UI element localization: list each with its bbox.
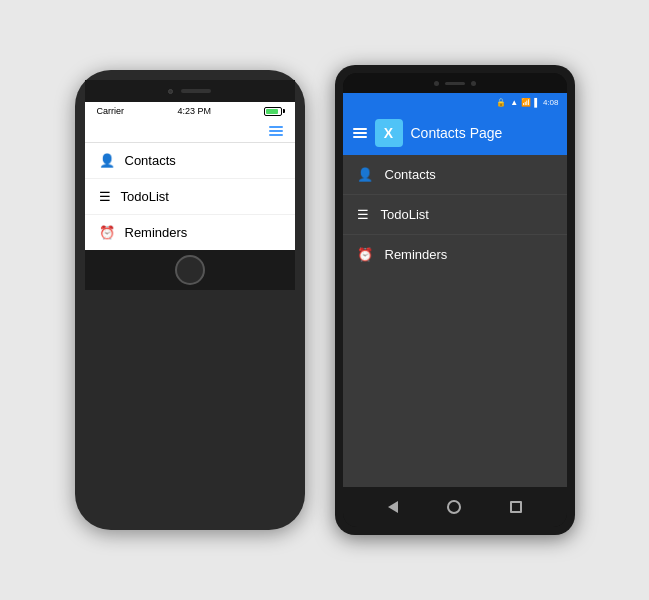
android-menu-item-todolist[interactable]: ☰ TodoList <box>343 195 567 235</box>
android-hamburger-line-1 <box>353 128 367 130</box>
hamburger-line-1 <box>269 126 283 128</box>
android-wifi-icon: 📶 <box>521 98 531 107</box>
ios-hamburger-button[interactable] <box>269 126 283 136</box>
home-circle-icon <box>447 500 461 514</box>
android-signal-icon: ▲ <box>510 98 518 107</box>
back-triangle-icon <box>388 501 398 513</box>
ios-camera-icon <box>168 89 173 94</box>
android-phone: 🔒 ▲ 📶 ▌ 4:08 X Contacts Page <box>335 65 575 535</box>
ios-time: 4:23 PM <box>177 106 211 116</box>
android-content: 👤 Contacts ☰ TodoList ⏰ Reminders <box>343 155 567 487</box>
ios-speaker <box>181 89 211 93</box>
android-hamburger-line-2 <box>353 132 367 134</box>
ios-menu-item-contacts[interactable]: 👤 Contacts <box>85 143 295 179</box>
android-reminders-icon: ⏰ <box>357 247 373 262</box>
battery-icon <box>264 107 282 116</box>
battery-fill <box>266 109 277 114</box>
android-todolist-icon: ☰ <box>357 207 369 222</box>
hamburger-line-2 <box>269 130 283 132</box>
ios-contacts-label: Contacts <box>125 153 176 168</box>
android-status-bar: 🔒 ▲ 📶 ▌ 4:08 <box>343 93 567 111</box>
ios-home-button[interactable] <box>175 255 205 285</box>
android-time: 4:08 <box>543 98 559 107</box>
ios-battery-area <box>264 107 282 116</box>
android-app-title: Contacts Page <box>411 125 503 141</box>
android-reminders-label: Reminders <box>385 247 448 262</box>
android-bottom-nav <box>343 487 567 527</box>
android-screen: 🔒 ▲ 📶 ▌ 4:08 X Contacts Page <box>343 93 567 487</box>
hamburger-line-3 <box>269 134 283 136</box>
recents-square-icon <box>510 501 522 513</box>
contacts-icon: 👤 <box>99 153 115 168</box>
android-app-bar: X Contacts Page <box>343 111 567 155</box>
android-hamburger-button[interactable] <box>353 128 367 138</box>
android-battery-icon: ▌ <box>534 98 540 107</box>
android-camera-icon-2 <box>471 81 476 86</box>
android-top-bar <box>343 73 567 93</box>
android-home-button[interactable] <box>444 497 464 517</box>
ios-todolist-label: TodoList <box>121 189 169 204</box>
android-contacts-icon: 👤 <box>357 167 373 182</box>
android-app-logo: X <box>375 119 403 147</box>
android-back-button[interactable] <box>383 497 403 517</box>
android-lock-icon: 🔒 <box>496 98 506 107</box>
ios-reminders-label: Reminders <box>125 225 188 240</box>
ios-carrier: Carrier <box>97 106 125 116</box>
android-menu-item-contacts[interactable]: 👤 Contacts <box>343 155 567 195</box>
ios-home-button-area <box>85 250 295 290</box>
android-hamburger-line-3 <box>353 136 367 138</box>
android-contacts-label: Contacts <box>385 167 436 182</box>
android-status-icons: ▲ 📶 ▌ 4:08 <box>510 98 558 107</box>
ios-menu-item-todolist[interactable]: ☰ TodoList <box>85 179 295 215</box>
ios-nav-bar <box>85 120 295 143</box>
ios-status-bar: Carrier 4:23 PM <box>85 102 295 120</box>
ios-top-bar <box>85 80 295 102</box>
android-camera-icon <box>434 81 439 86</box>
ios-menu-item-reminders[interactable]: ⏰ Reminders <box>85 215 295 250</box>
reminders-icon: ⏰ <box>99 225 115 240</box>
android-speaker <box>445 82 465 85</box>
todolist-icon: ☰ <box>99 189 111 204</box>
android-menu-item-reminders[interactable]: ⏰ Reminders <box>343 235 567 274</box>
android-todolist-label: TodoList <box>381 207 429 222</box>
ios-phone: Carrier 4:23 PM 👤 Contacts <box>75 70 305 530</box>
ios-screen: Carrier 4:23 PM 👤 Contacts <box>85 102 295 250</box>
android-recents-button[interactable] <box>506 497 526 517</box>
